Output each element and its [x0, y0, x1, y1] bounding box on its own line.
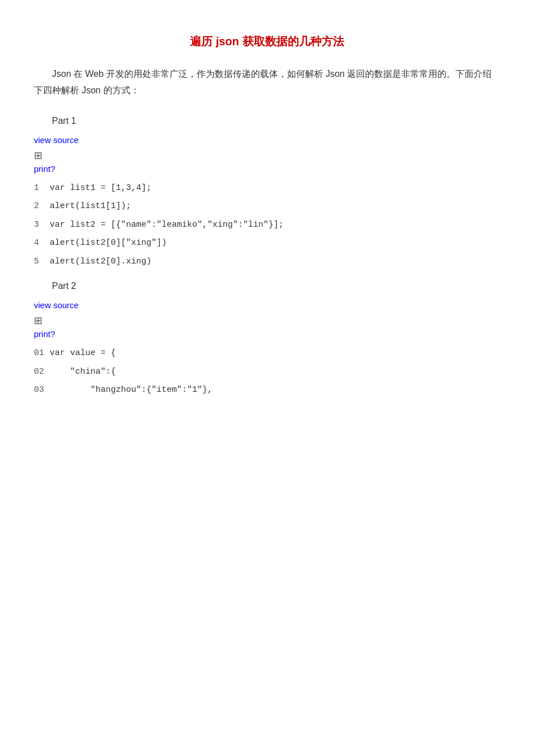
part-2-copy-row: ⊞	[34, 313, 500, 328]
part-2-print-link[interactable]: print?	[34, 329, 55, 339]
line-num-02: 02	[34, 364, 50, 381]
code-content-03: "hangzhou":{"item":"1"},	[50, 382, 212, 399]
line-num-1: 1	[34, 180, 50, 197]
line-num-2: 2	[34, 198, 50, 215]
line-num-3: 3	[34, 217, 50, 234]
part-2-copy-icon: ⊞	[34, 314, 42, 327]
code-line-3: 3 var list2 = [{"name":"leamiko","xing":…	[34, 217, 500, 234]
code-line-01: 01 var value = {	[34, 345, 500, 362]
code-line-5: 5 alert(list2[0].xing)	[34, 254, 500, 270]
line-num-5: 5	[34, 254, 50, 270]
code-line-03: 03 "hangzhou":{"item":"1"},	[34, 382, 500, 399]
line-num-01: 01	[34, 345, 50, 362]
code-content-3: var list2 = [{"name":"leamiko","xing":"l…	[50, 217, 284, 234]
part-1-copy-row: ⊞	[34, 148, 500, 163]
code-line-4: 4 alert(list2[0]["xing"])	[34, 235, 500, 252]
page-title: 遍历 json 获取数据的几种方法	[34, 34, 500, 49]
part-1-heading: Part 1	[34, 116, 500, 126]
part-2-code-block: 01 var value = { 02 "china":{ 03 "hangzh…	[34, 345, 500, 399]
code-line-2: 2 alert(list1[1]);	[34, 198, 500, 215]
part-2-view-source-link[interactable]: view source	[34, 300, 79, 310]
code-content-1: var list1 = [1,3,4];	[50, 180, 151, 197]
code-content-4: alert(list2[0]["xing"])	[50, 235, 167, 252]
part-2-heading: Part 2	[34, 281, 500, 291]
line-num-4: 4	[34, 235, 50, 252]
part-2-section: Part 2 view source ⊞ print? 01 var value…	[34, 281, 500, 399]
part-1-code-block: 1 var list1 = [1,3,4]; 2 alert(list1[1])…	[34, 180, 500, 270]
code-line-02: 02 "china":{	[34, 364, 500, 381]
part-1-section: Part 1 view source ⊞ print? 1 var list1 …	[34, 116, 500, 270]
intro-paragraph: Json 在 Web 开发的用处非常广泛，作为数据传递的载体，如何解析 Json…	[34, 66, 500, 99]
part-1-view-source-link[interactable]: view source	[34, 135, 79, 145]
part-1-toolbar: view source	[34, 135, 500, 147]
code-content-01: var value = {	[50, 345, 116, 362]
code-line-1: 1 var list1 = [1,3,4];	[34, 180, 500, 197]
part-2-toolbar: view source	[34, 300, 500, 312]
code-content-5: alert(list2[0].xing)	[50, 254, 151, 270]
code-content-2: alert(list1[1]);	[50, 198, 131, 215]
code-content-02: "china":{	[50, 364, 116, 381]
part-1-print-link[interactable]: print?	[34, 164, 55, 174]
line-num-03: 03	[34, 382, 50, 399]
part-1-copy-icon: ⊞	[34, 149, 42, 162]
part-1-print-row: print?	[34, 164, 500, 179]
part-2-print-row: print?	[34, 329, 500, 344]
